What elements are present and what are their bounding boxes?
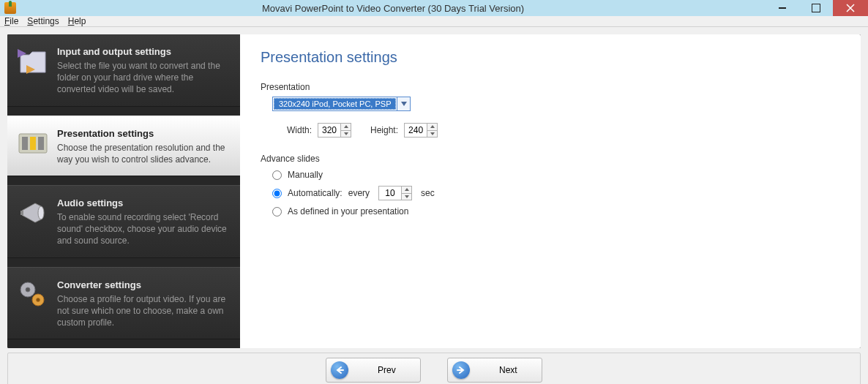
height-input[interactable] xyxy=(405,124,427,137)
close-button[interactable] xyxy=(833,0,868,16)
radio-manually-label: Manually xyxy=(288,170,323,180)
app-icon xyxy=(4,2,16,14)
height-label: Height: xyxy=(370,125,398,135)
page-heading: Presentation settings xyxy=(261,49,840,66)
sidebar-item-audio[interactable]: Audio settings To enable sound recording… xyxy=(7,185,240,258)
presentation-label: Presentation xyxy=(261,82,840,92)
sidebar-item-desc: Choose the presentation resolution and t… xyxy=(57,142,230,165)
svg-rect-2 xyxy=(30,137,36,150)
spin-up-icon[interactable] xyxy=(341,124,351,131)
sidebar-item-title: Input and output settings xyxy=(57,46,230,57)
automatically-every: every xyxy=(348,188,370,198)
svg-rect-1 xyxy=(22,137,28,150)
menubar: File Settings Help xyxy=(0,16,868,27)
automatically-suffix: sec xyxy=(421,188,435,198)
minimize-button[interactable] xyxy=(766,0,799,16)
preset-dropdown[interactable]: 320x240 iPod, Pocket PC, PSP xyxy=(272,97,411,111)
spin-up-icon[interactable] xyxy=(427,124,437,131)
sidebar-item-presentation[interactable]: Presentation settings Choose the present… xyxy=(7,116,240,176)
seconds-spinner[interactable] xyxy=(378,186,412,200)
seconds-input[interactable] xyxy=(379,187,401,200)
megaphone-icon xyxy=(16,196,50,230)
sidebar-item-converter[interactable]: Converter settings Choose a profile for … xyxy=(7,267,240,340)
prev-button[interactable]: Prev xyxy=(326,358,421,383)
sidebar-item-desc: To enable sound recording select 'Record… xyxy=(57,211,230,247)
svg-rect-3 xyxy=(38,137,44,150)
radio-automatically-label: Automatically: xyxy=(288,188,343,198)
radio-manually[interactable] xyxy=(272,170,282,180)
titlebar: Movavi PowerPoint to Video Converter (30… xyxy=(0,0,868,16)
chevron-down-icon[interactable] xyxy=(397,97,410,110)
folder-icon xyxy=(16,45,50,78)
svg-rect-5 xyxy=(20,211,23,215)
radio-as-defined-label: As defined in your presentation xyxy=(288,206,408,217)
sidebar-item-title: Audio settings xyxy=(57,197,230,208)
sidebar-item-title: Presentation settings xyxy=(57,128,230,139)
height-spinner[interactable] xyxy=(404,123,438,138)
arrow-left-icon xyxy=(331,361,348,379)
footer: Prev Next xyxy=(7,353,861,384)
menu-help[interactable]: Help xyxy=(68,16,86,26)
width-input[interactable] xyxy=(318,124,340,137)
menu-settings[interactable]: Settings xyxy=(27,16,59,26)
sidebar: Input and output settings Select the fil… xyxy=(7,34,240,348)
sidebar-item-desc: Choose a profile for output video. If yo… xyxy=(57,293,230,329)
svg-point-4 xyxy=(38,206,44,219)
next-button[interactable]: Next xyxy=(447,358,542,383)
gears-icon xyxy=(16,278,50,312)
preset-selected: 320x240 iPod, Pocket PC, PSP xyxy=(274,98,396,110)
width-label: Width: xyxy=(287,125,312,135)
maximize-button[interactable] xyxy=(799,0,833,16)
advance-label: Advance slides xyxy=(261,154,840,164)
svg-point-9 xyxy=(37,298,40,301)
arrow-right-icon xyxy=(452,361,470,379)
sidebar-item-desc: Select the file you want to convert and … xyxy=(57,60,230,96)
sidebar-item-title: Converter settings xyxy=(57,279,230,290)
content-panel: Presentation settings Presentation 320x2… xyxy=(240,34,861,348)
spin-down-icon[interactable] xyxy=(427,131,437,138)
presentation-icon xyxy=(16,127,50,160)
spin-down-icon[interactable] xyxy=(341,131,351,138)
spin-up-icon[interactable] xyxy=(402,187,411,194)
radio-as-defined[interactable] xyxy=(272,207,282,217)
svg-point-7 xyxy=(26,287,30,292)
menu-file[interactable]: File xyxy=(4,16,18,26)
width-spinner[interactable] xyxy=(318,123,351,138)
next-label: Next xyxy=(499,365,517,375)
window-title: Movavi PowerPoint to Video Converter (30… xyxy=(20,3,766,14)
sidebar-item-input-output[interactable]: Input and output settings Select the fil… xyxy=(7,34,240,107)
radio-automatically[interactable] xyxy=(272,189,282,198)
prev-label: Prev xyxy=(378,365,396,375)
spin-down-icon[interactable] xyxy=(402,194,411,200)
